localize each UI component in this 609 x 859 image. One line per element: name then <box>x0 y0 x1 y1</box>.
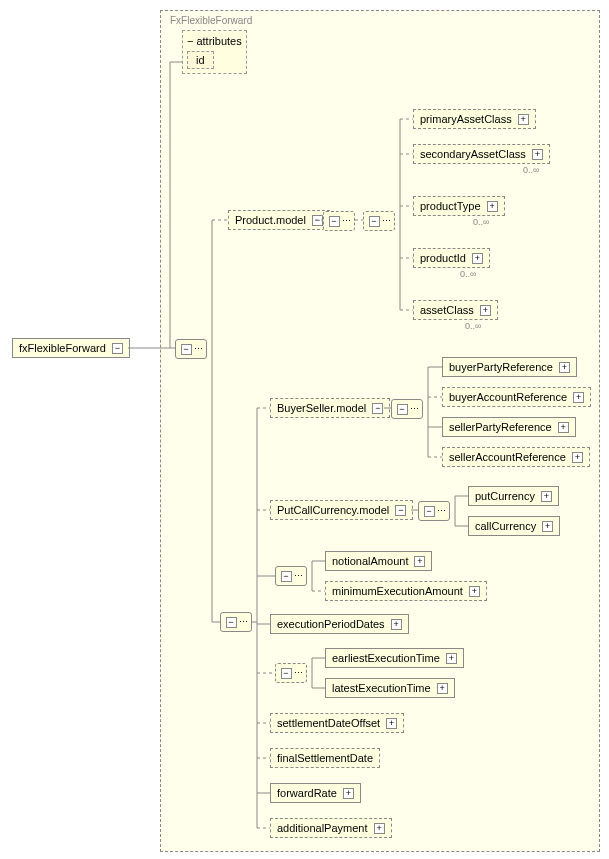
seller-party-reference-expand[interactable]: + <box>558 422 569 433</box>
forward-rate-expand[interactable]: + <box>343 788 354 799</box>
put-call-toggle[interactable]: − <box>395 505 406 516</box>
product-seq1: − ⋯ <box>323 211 355 231</box>
buyer-party-reference-label: buyerPartyReference <box>449 361 553 373</box>
seq-icon: ⋯ <box>437 506 445 516</box>
buyer-party-reference-expand[interactable]: + <box>559 362 570 373</box>
minimum-execution-amount-label: minimumExecutionAmount <box>332 585 463 597</box>
notional-amount: notionalAmount + <box>325 551 432 571</box>
product-id-expand[interactable]: + <box>472 253 483 264</box>
settlement-date-offset-label: settlementDateOffset <box>277 717 380 729</box>
seller-account-reference: sellerAccountReference + <box>442 447 590 467</box>
exec-times-seq-toggle[interactable]: − <box>281 668 292 679</box>
asset-class-expand[interactable]: + <box>480 305 491 316</box>
primary-asset-class-expand[interactable]: + <box>518 114 529 125</box>
execution-period-dates-expand[interactable]: + <box>391 619 402 630</box>
seq-icon: ⋯ <box>194 344 202 354</box>
root-seq-toggle[interactable]: − <box>181 344 192 355</box>
minimum-execution-amount: minimumExecutionAmount + <box>325 581 487 601</box>
asset-class-occur: 0..∞ <box>465 321 481 331</box>
seq-icon: ⋯ <box>410 404 418 414</box>
secondary-asset-class-label: secondaryAssetClass <box>420 148 526 160</box>
product-type-label: productType <box>420 200 481 212</box>
buyer-account-reference-label: buyerAccountReference <box>449 391 567 403</box>
root-toggle[interactable]: − <box>112 343 123 354</box>
put-call-label: PutCallCurrency.model <box>277 504 389 516</box>
settlement-date-offset: settlementDateOffset + <box>270 713 404 733</box>
latest-execution-time-label: latestExecutionTime <box>332 682 431 694</box>
put-currency: putCurrency + <box>468 486 559 506</box>
body-seq-toggle[interactable]: − <box>226 617 237 628</box>
seller-account-reference-expand[interactable]: + <box>572 452 583 463</box>
amounts-seq: − ⋯ <box>275 566 307 586</box>
seller-account-reference-label: sellerAccountReference <box>449 451 566 463</box>
product-model-toggle[interactable]: − <box>312 215 323 226</box>
minimum-execution-amount-expand[interactable]: + <box>469 586 480 597</box>
product-seq1-toggle[interactable]: − <box>329 216 340 227</box>
seq-icon: ⋯ <box>239 617 247 627</box>
product-id-label: productId <box>420 252 466 264</box>
attributes-toggle[interactable]: − <box>187 35 193 47</box>
earliest-execution-time-expand[interactable]: + <box>446 653 457 664</box>
additional-payment: additionalPayment + <box>270 818 392 838</box>
seq-icon: ⋯ <box>294 571 302 581</box>
amounts-seq-toggle[interactable]: − <box>281 571 292 582</box>
settlement-date-offset-expand[interactable]: + <box>386 718 397 729</box>
root-sequence: − ⋯ <box>175 339 207 359</box>
product-id: productId + <box>413 248 490 268</box>
put-currency-label: putCurrency <box>475 490 535 502</box>
latest-execution-time: latestExecutionTime + <box>325 678 455 698</box>
product-type-expand[interactable]: + <box>487 201 498 212</box>
buyer-seller-model: BuyerSeller.model − <box>270 398 390 418</box>
product-id-occur: 0..∞ <box>460 269 476 279</box>
seq-icon: ⋯ <box>382 216 390 226</box>
put-currency-expand[interactable]: + <box>541 491 552 502</box>
latest-execution-time-expand[interactable]: + <box>437 683 448 694</box>
buyer-party-reference: buyerPartyReference + <box>442 357 577 377</box>
secondary-asset-class-expand[interactable]: + <box>532 149 543 160</box>
seq-icon: ⋯ <box>294 668 302 678</box>
execution-period-dates: executionPeriodDates + <box>270 614 409 634</box>
notional-amount-label: notionalAmount <box>332 555 408 567</box>
call-currency-label: callCurrency <box>475 520 536 532</box>
product-seq2-toggle[interactable]: − <box>369 216 380 227</box>
secondary-asset-class-occur: 0..∞ <box>523 165 539 175</box>
buyer-seller-toggle[interactable]: − <box>372 403 383 414</box>
buyer-account-reference: buyerAccountReference + <box>442 387 591 407</box>
put-call-model: PutCallCurrency.model − <box>270 500 413 520</box>
buyer-account-reference-expand[interactable]: + <box>573 392 584 403</box>
additional-payment-label: additionalPayment <box>277 822 368 834</box>
primary-asset-class-label: primaryAssetClass <box>420 113 512 125</box>
buyer-seller-label: BuyerSeller.model <box>277 402 366 414</box>
put-call-seq-toggle[interactable]: − <box>424 506 435 517</box>
additional-payment-expand[interactable]: + <box>374 823 385 834</box>
secondary-asset-class: secondaryAssetClass + <box>413 144 550 164</box>
attributes-header-label: attributes <box>196 35 241 47</box>
earliest-execution-time-label: earliestExecutionTime <box>332 652 440 664</box>
attributes-box: − attributes id <box>182 30 247 74</box>
forward-rate: forwardRate + <box>270 783 361 803</box>
final-settlement-date: finalSettlementDate <box>270 748 380 768</box>
buyer-seller-seq-toggle[interactable]: − <box>397 404 408 415</box>
buyer-seller-seq: − ⋯ <box>391 399 423 419</box>
primary-asset-class: primaryAssetClass + <box>413 109 536 129</box>
root-label: fxFlexibleForward <box>19 342 106 354</box>
call-currency-expand[interactable]: + <box>542 521 553 532</box>
product-model: Product.model − <box>228 210 330 230</box>
earliest-execution-time: earliestExecutionTime + <box>325 648 464 668</box>
product-seq2: − ⋯ <box>363 211 395 231</box>
final-settlement-date-label: finalSettlementDate <box>277 752 373 764</box>
attribute-id: id <box>187 51 214 69</box>
asset-class-label: assetClass <box>420 304 474 316</box>
exec-times-seq: − ⋯ <box>275 663 307 683</box>
notional-amount-expand[interactable]: + <box>414 556 425 567</box>
group-title: FxFlexibleForward <box>170 15 252 26</box>
execution-period-dates-label: executionPeriodDates <box>277 618 385 630</box>
call-currency: callCurrency + <box>468 516 560 536</box>
asset-class: assetClass + <box>413 300 498 320</box>
product-type-occur: 0..∞ <box>473 217 489 227</box>
product-type: productType + <box>413 196 505 216</box>
put-call-seq: − ⋯ <box>418 501 450 521</box>
root-element: fxFlexibleForward − <box>12 338 130 358</box>
seq-icon: ⋯ <box>342 216 350 226</box>
body-sequence: − ⋯ <box>220 612 252 632</box>
